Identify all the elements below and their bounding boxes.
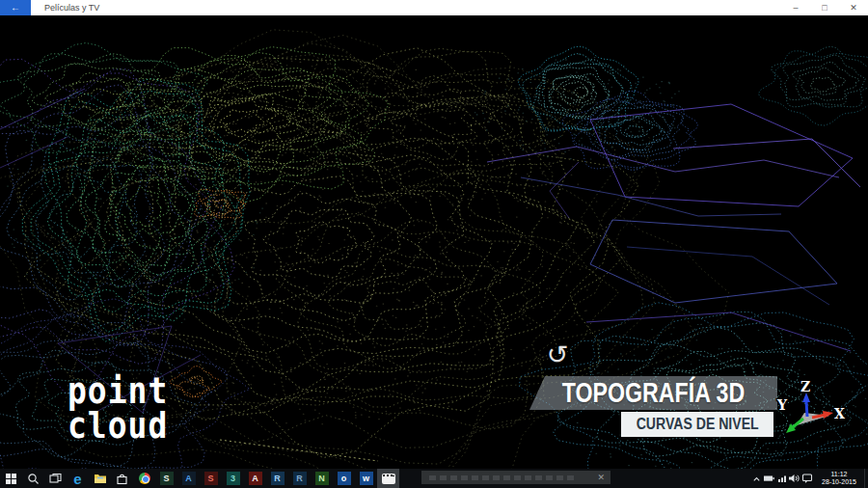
tray-overflow-button[interactable] — [750, 469, 763, 488]
tray-network-button[interactable] — [775, 469, 788, 488]
taskbar-app-revit[interactable]: R — [266, 469, 288, 488]
axis-y-label: Y — [776, 397, 788, 413]
search-button[interactable] — [22, 469, 44, 488]
store-bag-icon — [116, 473, 128, 485]
start-button[interactable] — [0, 469, 22, 488]
chrome-icon — [139, 473, 150, 484]
rotate-icon: ↺ — [542, 339, 573, 370]
taskbar-toast[interactable]: ✕ — [421, 471, 610, 484]
maximize-button[interactable]: □ — [810, 0, 839, 15]
taskbar-app-a360[interactable]: A — [177, 469, 200, 488]
taskbar-app-showcase[interactable]: S — [200, 469, 222, 488]
app-navisworks-icon: N — [315, 472, 329, 485]
close-button[interactable]: ✕ — [839, 0, 868, 15]
app-a360-icon: A — [182, 472, 196, 485]
taskbar-app-outlook[interactable]: o — [333, 469, 355, 488]
tray-time: 11:12 — [817, 471, 861, 478]
video-title: TOPOGRAFÍA 3D — [562, 377, 745, 409]
titlebar: ← Películas y TV – □ ✕ — [0, 0, 868, 15]
axis-z-label: Z — [800, 380, 810, 394]
point-cloud-logo: point cloud — [68, 374, 168, 444]
app-showcase-icon: S — [204, 472, 218, 485]
taskbar: e SAS3ARRNow ✕ — [0, 469, 868, 488]
volume-icon — [788, 473, 800, 484]
tray-volume-button[interactable] — [788, 469, 800, 488]
toast-illegible-text — [429, 475, 574, 480]
logo-line-2: cloud — [68, 409, 168, 444]
minimize-button[interactable]: – — [781, 0, 810, 15]
app-revit-lt-icon: R — [293, 472, 307, 485]
app-outlook-icon: o — [338, 472, 351, 485]
movies-tv-icon — [383, 474, 394, 483]
file-explorer-icon — [94, 473, 107, 484]
back-button[interactable]: ← — [0, 0, 31, 15]
window-controls: – □ ✕ — [781, 0, 868, 15]
taskbar-app-edge[interactable]: e — [67, 469, 89, 488]
taskbar-app-revit-lt[interactable]: R — [288, 469, 311, 488]
task-view-button[interactable] — [44, 469, 67, 488]
taskbar-app-autocad[interactable]: A — [244, 469, 266, 488]
subtitle-band: CURVAS DE NIVEL — [621, 412, 773, 437]
battery-icon — [763, 473, 775, 484]
taskbar-app-navisworks[interactable]: N — [311, 469, 333, 488]
network-signal-icon — [776, 473, 788, 484]
edge-icon: e — [73, 472, 81, 486]
toast-close-icon[interactable]: ✕ — [597, 473, 605, 482]
system-tray: 11:12 28-10-2015 — [750, 469, 868, 488]
chevron-up-icon — [751, 474, 762, 484]
tray-battery-button[interactable] — [763, 469, 775, 488]
tray-date: 28-10-2015 — [817, 478, 861, 486]
video-player[interactable]: point cloud ↺ TOPOGRAFÍA 3D CURVAS DE NI… — [0, 15, 868, 469]
axis-gizmo-icon: Z Y X — [772, 380, 847, 447]
action-center-icon — [801, 473, 813, 484]
taskbar-app-sketch[interactable]: S — [155, 469, 177, 488]
app-word-icon: w — [360, 472, 373, 485]
desktop-screen: ← Películas y TV – □ ✕ point cloud ↺ TOP… — [0, 0, 868, 488]
taskbar-app-store[interactable] — [111, 469, 133, 488]
taskbar-app-chrome[interactable] — [133, 469, 155, 488]
show-desktop-button[interactable] — [864, 469, 868, 488]
search-icon — [27, 473, 40, 485]
title-band: TOPOGRAFÍA 3D — [529, 376, 777, 410]
axis-x-label: X — [834, 406, 845, 421]
taskbar-app-file-explorer[interactable] — [89, 469, 111, 488]
app-3dsmax-icon: 3 — [227, 472, 240, 485]
app-autocad-icon: A — [249, 472, 262, 485]
taskbar-app-movies-tv[interactable] — [377, 469, 399, 488]
taskbar-pinned-apps: SAS3ARRNow — [155, 469, 399, 488]
app-revit-icon: R — [271, 472, 285, 485]
tray-action-center-button[interactable] — [800, 469, 813, 488]
taskbar-app-3dsmax[interactable]: 3 — [222, 469, 244, 488]
app-title: Películas y TV — [44, 3, 99, 13]
windows-logo-icon — [6, 474, 16, 484]
app-sketch-icon: S — [160, 472, 174, 485]
task-view-icon — [49, 473, 62, 485]
taskbar-app-word[interactable]: w — [355, 469, 377, 488]
tray-clock[interactable]: 11:12 28-10-2015 — [817, 471, 861, 486]
video-subtitle: CURVAS DE NIVEL — [636, 416, 758, 433]
